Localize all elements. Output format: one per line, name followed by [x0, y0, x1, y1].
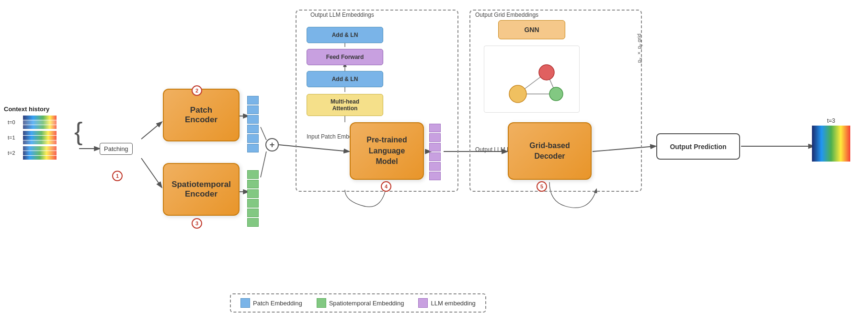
svg-rect-35	[812, 138, 850, 150]
circled-num-3: 3	[192, 218, 202, 229]
curly-brace: {	[74, 119, 82, 144]
patch-encoder-box: Patch Encoder	[163, 89, 240, 141]
svg-point-30	[509, 85, 526, 103]
spatio-encoder-label: Spatiotemporal Encoder	[171, 180, 231, 199]
svg-point-31	[539, 65, 554, 80]
circled-num-2: 2	[192, 85, 202, 96]
gnn-box: GNN	[498, 20, 565, 39]
svg-point-32	[549, 87, 563, 101]
graph-area	[484, 46, 580, 113]
spatio-embed-cell	[247, 170, 259, 179]
grid-side-label: px × py grid	[636, 34, 643, 63]
patch-encoder-label: Patch Encoder	[185, 105, 217, 125]
circled-num-1: 1	[112, 171, 123, 181]
mha-block: Multi-head Attention	[307, 94, 383, 116]
grid-decoder-label: Grid-based Decoder	[529, 140, 570, 162]
llm-label: Pre-trained Language Model	[366, 135, 407, 167]
grid-decoder-box: Grid-based Decoder	[508, 122, 592, 180]
legend-patch: Patch Embedding	[240, 298, 302, 308]
spatio-embed-cell	[247, 209, 259, 217]
svg-line-6	[261, 151, 266, 177]
diagram-container: Context history t=0	[0, 0, 868, 288]
patching-label: Patching	[104, 145, 128, 152]
heatmap-2	[23, 146, 57, 160]
svg-rect-23	[23, 140, 57, 144]
time-label-2: t=2	[8, 150, 21, 156]
add-ln-bottom-label: Add & LN	[307, 71, 383, 87]
gnn-label: GNN	[524, 26, 539, 34]
feed-forward-block: Feed Forward	[307, 49, 383, 65]
time-label-1: t=1	[8, 135, 21, 140]
llm-top-label: Output LLM Embeddings	[310, 12, 374, 18]
heatmap-1	[23, 131, 57, 144]
legend-llm-swatch	[418, 298, 428, 308]
svg-rect-22	[23, 136, 57, 140]
context-label: Context history	[4, 105, 49, 114]
add-ln-top-label: Add & LN	[307, 27, 383, 43]
patch-embed-cell	[247, 105, 259, 114]
spatio-embed-cell	[247, 218, 259, 227]
output-pred-box: Output Prediction	[656, 133, 740, 160]
context-history: Context history t=0	[4, 105, 57, 160]
output-heatmap-svg	[812, 126, 850, 162]
llm-output-embed	[429, 124, 441, 180]
svg-rect-20	[23, 125, 57, 129]
legend-llm: LLM embedding	[418, 298, 475, 308]
spatio-embed-cell	[247, 189, 259, 198]
time-row-1: t=1	[8, 131, 57, 144]
patch-embed-cell	[247, 144, 259, 152]
llm-embed-cell	[429, 133, 441, 142]
svg-line-2	[141, 158, 161, 187]
legend-spatio: Spatiotemporal Embedding	[317, 298, 404, 308]
plus-circle: +	[265, 138, 279, 151]
spatio-embed-cell	[247, 180, 259, 188]
circled-num-4: 4	[381, 181, 391, 192]
llm-embed-cell	[429, 162, 441, 171]
patch-embed-column	[247, 96, 259, 152]
add-ln-bottom-block: Add & LN	[307, 71, 383, 87]
svg-rect-24	[23, 146, 57, 151]
llm-box: Pre-trained Language Model	[350, 122, 424, 180]
mha-label: Multi-head Attention	[307, 94, 383, 116]
time-row-2: t=2	[8, 146, 57, 160]
svg-rect-18	[23, 116, 57, 120]
svg-rect-26	[23, 156, 57, 160]
patch-embed-cell	[247, 134, 259, 143]
grid-top-label: Output Grid Embeddings	[475, 12, 538, 18]
legend-spatio-label: Spatiotemporal Embedding	[329, 300, 404, 307]
patch-embed-cell	[247, 96, 259, 105]
spatio-encoder-box: Spatiotemporal Encoder	[163, 163, 240, 216]
legend: Patch Embedding Spatiotemporal Embedding…	[230, 293, 486, 313]
llm-embed-cell	[429, 143, 441, 151]
svg-rect-21	[23, 131, 57, 135]
svg-rect-34	[812, 126, 850, 138]
feed-forward-label: Feed Forward	[307, 49, 383, 65]
llm-embed-cell	[429, 152, 441, 161]
legend-patch-swatch	[240, 298, 250, 308]
graph-svg	[484, 46, 580, 113]
output-pred-label: Output Prediction	[670, 143, 726, 151]
llm-embed-cell	[429, 124, 441, 132]
llm-embed-cell	[429, 172, 441, 180]
svg-line-5	[261, 127, 266, 140]
time-label-0: t=0	[8, 119, 21, 125]
patch-embed-cell	[247, 115, 259, 124]
output-heatmap: t=3	[812, 117, 850, 162]
time-series-group: t=0	[8, 116, 57, 160]
add-ln-top-block: Add & LN	[307, 27, 383, 43]
svg-rect-25	[23, 151, 57, 155]
patch-embed-cell	[247, 125, 259, 133]
output-time-label: t=3	[827, 117, 835, 124]
svg-rect-36	[812, 150, 850, 162]
legend-llm-label: LLM embedding	[431, 300, 475, 307]
heatmap-0	[23, 116, 57, 129]
svg-rect-19	[23, 120, 57, 125]
legend-spatio-swatch	[317, 298, 326, 308]
spatio-embed-cell	[247, 199, 259, 208]
legend-patch-label: Patch Embedding	[253, 300, 302, 307]
circled-num-5: 5	[537, 181, 547, 192]
spatio-embed-column	[247, 170, 259, 227]
svg-line-1	[141, 122, 161, 139]
time-row-0: t=0	[8, 116, 57, 129]
patching-box: Patching	[100, 143, 133, 155]
